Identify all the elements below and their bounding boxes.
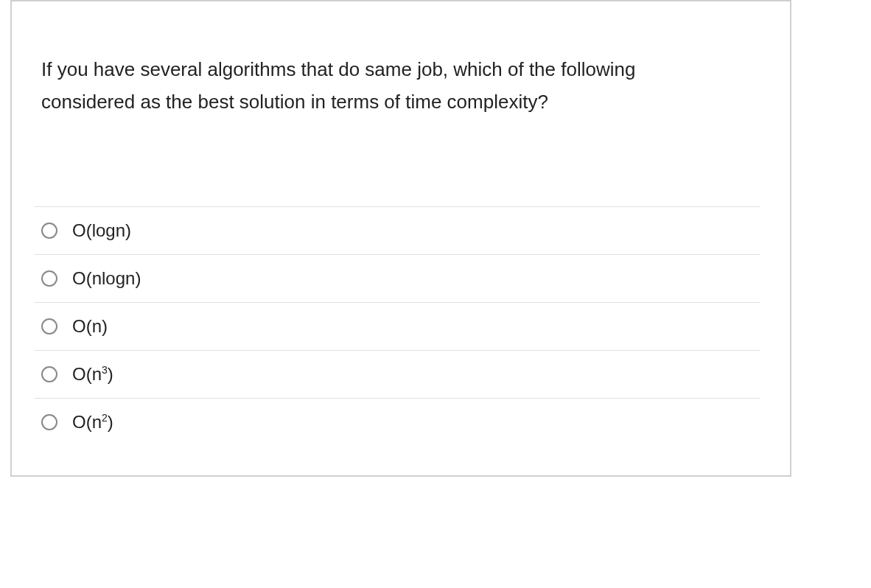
option-row-4[interactable]: O(n2) xyxy=(34,398,760,446)
option-row-3[interactable]: O(n3) xyxy=(34,350,760,398)
option-label: O(n) xyxy=(72,316,108,337)
options-container: O(logn) O(nlogn) O(n) O(n3) O(n2) xyxy=(12,206,790,475)
option-label: O(logn) xyxy=(72,220,131,241)
option-row-0[interactable]: O(logn) xyxy=(34,206,760,254)
option-label: O(nlogn) xyxy=(72,268,141,289)
radio-icon[interactable] xyxy=(41,414,57,430)
option-row-1[interactable]: O(nlogn) xyxy=(34,254,760,302)
question-card: If you have several algorithms that do s… xyxy=(10,0,791,477)
question-text: If you have several algorithms that do s… xyxy=(12,1,675,140)
option-row-2[interactable]: O(n) xyxy=(34,302,760,350)
radio-icon[interactable] xyxy=(41,318,57,335)
radio-icon[interactable] xyxy=(41,223,57,239)
radio-icon[interactable] xyxy=(41,366,57,382)
option-label: O(n3) xyxy=(72,364,113,385)
radio-icon[interactable] xyxy=(41,270,57,287)
option-label: O(n2) xyxy=(72,412,113,433)
